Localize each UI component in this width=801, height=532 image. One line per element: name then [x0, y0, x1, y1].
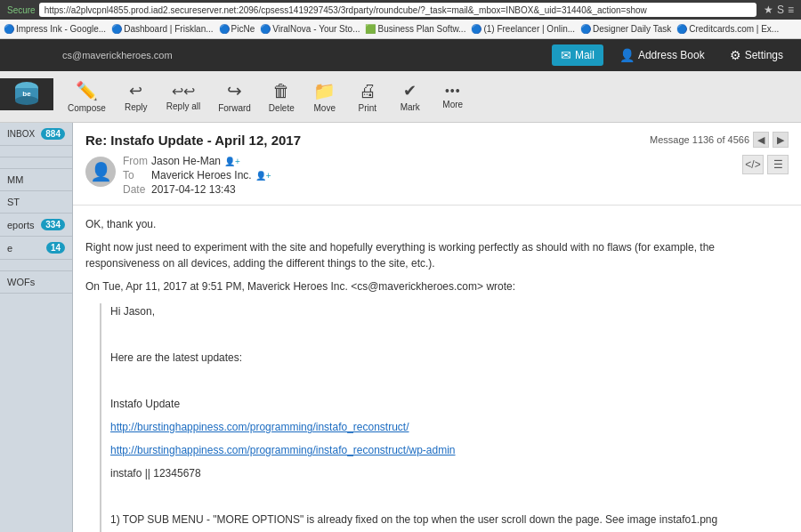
quote-greeting: Hi Jason, — [110, 303, 789, 319]
quote-intro: Here are the latest updates: — [110, 350, 789, 366]
quoted-content: Hi Jason, Here are the latest updates: I… — [100, 303, 789, 532]
user-email: cs@maverickheroes.com — [62, 50, 173, 60]
move-button[interactable]: 📁 Move — [305, 77, 344, 117]
menu-icon[interactable]: ≡ — [788, 4, 794, 16]
sidebar-item-mm[interactable]: MM — [0, 169, 72, 191]
avatar: 👤 — [85, 157, 116, 187]
forward-icon: ↪ — [227, 80, 242, 101]
body-line-2: Right now just need to experiment with t… — [85, 239, 789, 271]
mark-button[interactable]: ✔ Mark — [391, 77, 430, 116]
date-label: Date — [123, 183, 151, 196]
sidebar-label-st: ST — [7, 197, 20, 207]
url-bar[interactable]: https://a2plvcpnl4855.prod.iad2.securese… — [39, 3, 756, 17]
mark-icon: ✔ — [403, 81, 417, 101]
next-message-button[interactable]: ▶ — [773, 132, 789, 148]
print-button[interactable]: 🖨 Print — [348, 77, 387, 117]
quote-link1[interactable]: http://burstinghappiness.com/programming… — [110, 419, 789, 435]
to-label: To — [123, 169, 151, 181]
body-line-4: On Tue, Apr 11, 2017 at 9:51 PM, Maveric… — [85, 278, 789, 294]
list-button[interactable]: ☰ — [767, 155, 789, 174]
email-content-area: Re: Instafo Update - April 12, 2017 Mess… — [73, 123, 801, 532]
bookmark-item[interactable]: 🔵 Dashboard | Frisklan... — [111, 24, 213, 34]
settings-nav-button[interactable]: ⚙ Settings — [721, 44, 792, 66]
bookmark-item[interactable]: 🔵 (1) Freelancer | Onlin... — [471, 24, 575, 34]
sidebar-item-1[interactable] — [0, 146, 72, 157]
action-icons-row: </> ☰ — [742, 155, 789, 174]
from-value: Jason He-Man — [151, 155, 221, 167]
bookmark-item[interactable]: 🔵 ViralNova - Your Sto... — [260, 24, 360, 34]
email-nav: Message 1136 of 4566 ◀ ▶ — [650, 132, 789, 148]
main-layout: INBOX 884 MM ST eports 334 e 14 WOFs — [0, 123, 801, 532]
mail-nav-button[interactable]: ✉ Mail — [552, 44, 603, 66]
bookmark-item[interactable]: 🟩 Business Plan Softw... — [365, 24, 465, 34]
mark-label: Mark — [400, 102, 420, 112]
email-meta: 👤 From Jason He-Man 👤+ To Maverick Heroe… — [85, 155, 789, 197]
sidebar-label-mm: MM — [7, 174, 23, 185]
email-subject-row: Re: Instafo Update - April 12, 2017 Mess… — [85, 132, 789, 148]
quote-item-1: 1) TOP SUB MENU - "MORE OPTIONS" is alre… — [110, 512, 789, 528]
delete-label: Delete — [269, 103, 295, 113]
reply-icon: ↩ — [129, 81, 142, 101]
sidebar-item-2[interactable] — [0, 157, 72, 169]
forward-button[interactable]: ↪ Forward — [211, 77, 258, 117]
bookmark-item[interactable]: 🔵 PicNe — [219, 24, 255, 34]
reply-all-button[interactable]: ↩↩ Reply all — [159, 79, 207, 115]
reply-button[interactable]: ↩ Reply — [117, 77, 156, 116]
reports-badge: 334 — [41, 219, 65, 230]
inbox-label: INBOX — [7, 129, 35, 139]
sidebar-label-reports: eports — [7, 220, 35, 230]
delete-icon: 🗑 — [272, 81, 290, 101]
more-icon: ••• — [445, 84, 461, 98]
forward-label: Forward — [218, 103, 251, 113]
bookmarks-bar: 🔵 Impress Ink - Google... 🔵 Dashboard | … — [0, 20, 801, 39]
app-logo: be — [0, 78, 53, 110]
email-header: Re: Instafo Update - April 12, 2017 Mess… — [73, 123, 801, 206]
quote-link2[interactable]: http://burstinghappiness.com/programming… — [110, 442, 789, 458]
sidebar-item-wofs[interactable]: WOFs — [0, 271, 72, 294]
quote-instafo: instafo || 12345678 — [110, 465, 789, 481]
prev-message-button[interactable]: ◀ — [753, 132, 769, 148]
sidebar-item-inbox[interactable]: INBOX 884 — [0, 123, 72, 146]
compose-button[interactable]: ✏️ Compose — [61, 77, 113, 117]
more-button[interactable]: ••• More — [433, 80, 473, 113]
sidebar-item-st[interactable]: ST — [0, 191, 72, 214]
address-book-nav-label: Address Book — [638, 49, 705, 61]
move-icon: 📁 — [313, 80, 336, 101]
sidebar-label-e: e — [7, 243, 12, 254]
mail-nav-label: Mail — [575, 49, 595, 61]
from-row: From Jason He-Man 👤+ — [123, 155, 742, 167]
sidebar-item-blank[interactable] — [0, 260, 72, 271]
print-icon: 🖨 — [359, 81, 376, 101]
address-book-nav-button[interactable]: 👤 Address Book — [611, 44, 714, 66]
delete-button[interactable]: 🗑 Delete — [262, 77, 302, 117]
email-actions: </> ☰ — [742, 155, 789, 197]
person-icon: 👤 — [90, 161, 112, 182]
add-sender-icon[interactable]: 👤+ — [224, 157, 240, 166]
date-value: 2017-04-12 13:43 — [151, 183, 236, 196]
email-subject: Re: Instafo Update - April 12, 2017 — [85, 133, 301, 148]
sidebar-item-e[interactable]: e 14 — [0, 237, 72, 260]
source-button[interactable]: </> — [742, 155, 764, 174]
share-icon[interactable]: S — [777, 4, 784, 16]
star-icon[interactable]: ★ — [764, 4, 773, 16]
email-body: OK, thank you. Right now just need to ex… — [73, 206, 801, 532]
reply-all-label: Reply all — [166, 101, 200, 111]
add-recipient-icon[interactable]: 👤+ — [255, 171, 271, 181]
app-header: be cs@maverickheroes.com ✉ Mail 👤 Addres… — [0, 39, 801, 71]
toolbar: ✏️ Compose ↩ Reply ↩↩ Reply all ↪ Forwar… — [0, 71, 801, 123]
bookmark-item[interactable]: 🔵 Impress Ink - Google... — [4, 24, 106, 34]
bookmark-item[interactable]: 🔵 Designer Daily Task — [580, 24, 671, 34]
reply-label: Reply — [125, 102, 148, 112]
inbox-badge: 884 — [41, 128, 65, 140]
address-book-icon: 👤 — [619, 48, 635, 62]
bookmark-item[interactable]: 🔵 Creditcards.com | Ex... — [676, 24, 779, 34]
more-label: More — [442, 100, 463, 109]
e-badge: 14 — [46, 242, 65, 254]
print-label: Print — [358, 103, 376, 113]
date-row: Date 2017-04-12 13:43 — [123, 183, 742, 196]
browser-chrome: Secure https://a2plvcpnl4855.prod.iad2.s… — [0, 0, 801, 20]
quote-blank3 — [110, 488, 789, 504]
secure-indicator: Secure — [7, 5, 36, 15]
sidebar-item-reports[interactable]: eports 334 — [0, 214, 72, 237]
message-counter: Message 1136 of 4566 — [650, 134, 749, 145]
